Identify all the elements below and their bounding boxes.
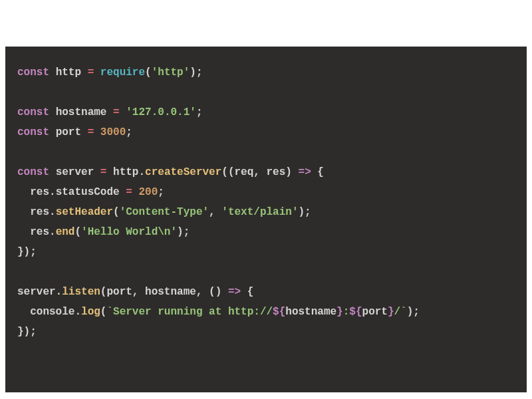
code-token-punct: }); [17,326,37,338]
code-line: }); [17,322,515,342]
code-token-string: `Server running at http:// [106,306,273,318]
code-block: const http = require('http');const hostn… [17,63,515,342]
code-token-space [94,166,100,178]
code-token-punct: { [311,166,324,178]
code-token-punct: . [138,166,145,178]
code-token-variable: hostname [145,286,196,298]
code-token-punct: ( [113,206,120,218]
code-token-variable: http [113,166,138,178]
code-line: const port = 3000; [17,122,515,142]
code-token-punct: ); [299,206,311,218]
code-token-keyword: } [388,306,394,318]
code-token-punct: }); [17,246,37,258]
code-token-keyword: const [17,166,49,178]
code-line: res.end('Hello World\n'); [17,222,515,242]
code-line: const server = http.createServer((req, r… [17,162,515,182]
code-token-punct: ( [145,66,152,78]
code-token-punct: { [241,286,253,298]
code-line: const hostname = '127.0.0.1'; [17,102,515,122]
code-token-operator: = [88,126,94,138]
code-token-function2: listen [62,286,100,298]
code-token-string: : [343,306,350,318]
code-token-variable: res [30,206,49,218]
code-token-variable: res [30,226,49,238]
code-token-function: require [100,66,145,78]
code-line: res.statusCode = 200; [17,182,515,202]
code-token-function2: log [81,306,100,318]
code-token-space [81,126,88,138]
code-token-punct: ) [285,166,298,178]
code-token-variable: port [56,126,81,138]
code-token-punct: ; [196,106,203,118]
code-token-function2: createServer [145,166,221,178]
code-token-keyword: } [336,306,343,318]
code-token-keyword: const [17,106,49,118]
code-token-variable: hostname [285,306,336,318]
code-line: res.setHeader('Content-Type', 'text/plai… [17,202,515,222]
code-token-punct: ); [177,226,190,238]
code-token-number: 3000 [100,126,126,138]
code-token-punct: , [132,286,145,298]
code-token-string: 'text/plain' [221,206,298,218]
code-token-function2: end [56,226,75,238]
code-token-punct: ( [100,286,107,298]
code-token-string: 'http' [152,66,190,78]
code-token-punct: . [74,306,81,318]
code-token-space [94,66,100,78]
code-token-space [49,66,56,78]
code-token-space [49,126,56,138]
code-token-punct: . [49,206,56,218]
code-token-keyword: ${ [273,306,285,318]
code-token-punct: (( [221,166,234,178]
code-line: server.listen(port, hostname, () => { [17,282,515,302]
code-token-space [120,186,126,198]
code-editor: const http = require('http');const hostn… [5,47,527,392]
code-token-punct: ); [190,66,202,78]
code-token-keyword: const [17,126,49,138]
code-line: console.log(`Server running at http://${… [17,302,515,322]
code-token-variable: res [30,186,49,198]
code-token-punct: , [209,206,221,218]
code-token-space [106,106,113,118]
code-token-keyword: const [17,66,49,78]
code-token-space [120,106,126,118]
blank-line [17,262,515,282]
code-token-space [81,66,88,78]
code-token-punct: . [56,286,63,298]
code-token-variable: port [362,306,388,318]
code-token-prop: statusCode [56,186,120,198]
code-token-space [94,126,100,138]
code-token-function2: setHeader [56,206,113,218]
code-token-string: 'Hello World\n' [81,226,177,238]
code-token-variable: http [56,66,81,78]
code-token-punct: ; [158,186,164,198]
code-token-variable: hostname [56,106,107,118]
blank-line [17,82,515,102]
code-token-variable: server [17,286,56,298]
code-token-keyword: ${ [349,306,362,318]
code-token-punct: ); [407,306,420,318]
code-token-param: req [235,166,254,178]
code-token-operator: = [100,166,107,178]
code-line: const http = require('http'); [17,63,515,82]
code-token-string: 'Content-Type' [120,206,209,218]
code-token-punct: . [49,186,56,198]
code-token-punct: ( [100,306,107,318]
code-token-operator: = [113,106,120,118]
code-token-space [49,106,56,118]
code-token-punct: , () [196,286,228,298]
code-token-space [106,166,113,178]
code-token-variable: console [30,306,74,318]
code-token-punct: . [49,226,56,238]
code-token-string: '127.0.0.1' [126,106,196,118]
code-token-punct: ; [126,126,132,138]
code-token-variable: server [56,166,94,178]
code-token-space [49,166,56,178]
code-token-string: /` [394,306,407,318]
code-token-keyword: => [299,166,311,178]
code-token-keyword: => [228,286,241,298]
code-token-number: 200 [138,186,158,198]
code-token-punct: , [253,166,266,178]
code-token-operator: = [126,186,132,198]
code-token-variable: port [106,286,132,298]
